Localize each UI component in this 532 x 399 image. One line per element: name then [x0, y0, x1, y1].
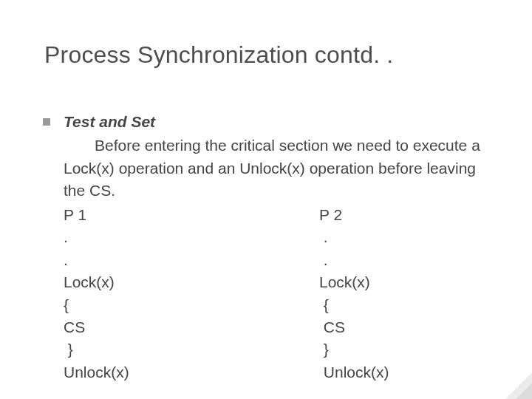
- col-header: P 1: [64, 204, 315, 226]
- code-line: .: [319, 249, 495, 271]
- code-line: {: [64, 294, 315, 316]
- slide-body: Test and Set Before entering the critica…: [43, 111, 495, 383]
- code-line: .: [64, 226, 315, 248]
- code-line: Lock(x): [64, 271, 315, 293]
- slide-title: Process Synchronization contd. .: [44, 41, 393, 69]
- slide: Process Synchronization contd. . Test an…: [0, 0, 532, 399]
- bullet-content: Test and Set Before entering the critica…: [64, 111, 495, 383]
- subheading: Test and Set: [64, 111, 495, 133]
- code-line: }: [319, 338, 495, 361]
- code-line: }: [64, 338, 315, 361]
- code-line: .: [64, 249, 315, 271]
- column-p2: P 2 . . Lock(x) { CS } Unlock(x): [315, 204, 495, 384]
- square-bullet-icon: [43, 118, 50, 126]
- description-text: Before entering the critical section we …: [64, 137, 480, 199]
- code-line: Unlock(x): [64, 361, 315, 383]
- col-header: P 2: [319, 204, 495, 226]
- two-column-code: P 1 . . Lock(x) { CS } Unlock(x) P 2 . .…: [64, 204, 495, 384]
- code-line: Unlock(x): [319, 361, 495, 383]
- code-line: .: [319, 226, 495, 248]
- code-line: CS: [319, 316, 495, 338]
- column-p1: P 1 . . Lock(x) { CS } Unlock(x): [64, 204, 315, 384]
- bullet-item: Test and Set Before entering the critica…: [43, 111, 495, 383]
- description: Before entering the critical section we …: [64, 134, 495, 202]
- code-line: Lock(x): [319, 271, 495, 293]
- code-line: CS: [64, 316, 315, 338]
- code-line: {: [319, 294, 495, 316]
- page-curl-icon: [505, 372, 532, 399]
